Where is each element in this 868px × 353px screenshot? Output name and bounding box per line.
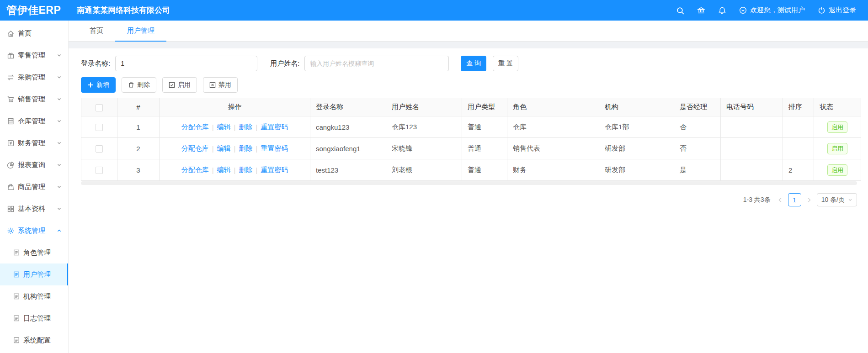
sidebar-item-user-management[interactable]: 用户管理 [0, 263, 68, 285]
prev-page-icon[interactable] [777, 197, 783, 203]
notification-bell-icon[interactable] [718, 6, 726, 15]
horizontal-scrollbar[interactable] [81, 181, 857, 185]
sidebar-item-label: 系统管理 [18, 227, 57, 235]
sidebar-item-system-config[interactable]: 系统配置 [0, 329, 68, 351]
logout-button[interactable]: 退出登录 [818, 6, 856, 15]
cell-sort [783, 138, 814, 159]
cell-user-name: 宋晓锋 [386, 138, 462, 159]
cell-user-name: 仓库123 [386, 116, 462, 138]
sidebar-item-label: 机构管理 [23, 292, 51, 301]
main-layout: 首页 零售管理 采购管理 销售管理 仓库管理 [0, 21, 868, 353]
users-table: # 操作 登录名称 用户姓名 用户类型 角色 机构 是否经理 电话号码 排序 状 [81, 98, 861, 181]
user-management-panel: 登录名称: 用户姓名: 查 询 重 置 新增 删除 [69, 48, 868, 353]
login-name-label: 登录名称: [81, 59, 110, 68]
reset-password-link[interactable]: 重置密码 [261, 166, 288, 174]
user-welcome-menu[interactable]: 欢迎您，测试用户 [739, 6, 805, 15]
sidebar-item-org-management[interactable]: 机构管理 [0, 285, 68, 307]
shopping-bag-icon [7, 183, 15, 191]
cell-phone [721, 116, 783, 138]
cell-phone [721, 159, 783, 181]
sidebar-item-label: 零售管理 [18, 51, 57, 60]
cell-login-name: cangku123 [310, 116, 386, 138]
chevron-up-icon [57, 228, 62, 233]
reset-button[interactable]: 重 置 [493, 56, 518, 71]
sidebar-item-sales[interactable]: 销售管理 [0, 88, 68, 110]
company-name: 南通某某网络科技有限公司 [77, 5, 170, 16]
link-separator: | [234, 145, 236, 153]
search-button[interactable]: 查 询 [461, 56, 486, 71]
cell-login-name: test123 [310, 159, 386, 181]
gift-icon [7, 52, 15, 59]
assign-warehouse-link[interactable]: 分配仓库 [181, 144, 209, 153]
delete-button[interactable]: 删除 [122, 77, 156, 93]
sidebar-item-retail[interactable]: 零售管理 [0, 44, 68, 66]
document-icon [13, 271, 20, 278]
select-all-checkbox[interactable] [96, 104, 103, 111]
chevron-down-icon [57, 141, 62, 146]
cell-org: 研发部 [599, 138, 674, 159]
table-row: 3 分配仓库| 编辑| 删除| 重置密码 test123 刘老根 普通 [81, 159, 861, 181]
enable-button[interactable]: 启用 [162, 77, 197, 93]
tab-bar: 首页 用户管理 [69, 21, 868, 42]
chevron-down-icon [848, 198, 852, 202]
finance-icon [7, 139, 15, 147]
document-icon [13, 337, 20, 344]
plus-icon [87, 82, 94, 88]
erp-app: 管伊佳ERP 南通某某网络科技有限公司 欢迎您，测试用户 退出登录 首页 [0, 0, 868, 353]
sidebar-item-label: 日志管理 [23, 314, 51, 323]
assign-warehouse-link[interactable]: 分配仓库 [181, 166, 209, 174]
add-button[interactable]: 新增 [81, 77, 116, 93]
sidebar-item-basic-data[interactable]: 基本资料 [0, 198, 68, 220]
sidebar-item-log-management[interactable]: 日志管理 [0, 307, 68, 329]
chevron-down-icon [57, 119, 62, 124]
sidebar-item-role-management[interactable]: 角色管理 [0, 242, 68, 263]
chevron-down-icon [57, 75, 62, 80]
col-org: 机构 [599, 98, 674, 116]
document-icon [13, 249, 20, 256]
gear-icon [7, 227, 15, 235]
sidebar-item-system[interactable]: 系统管理 [0, 220, 68, 242]
cell-role: 财务 [507, 159, 599, 181]
app-logo: 管伊佳ERP [0, 3, 69, 17]
cell-is-manager: 否 [674, 116, 721, 138]
bank-icon[interactable] [697, 6, 705, 15]
delete-link[interactable]: 删除 [239, 166, 252, 174]
page-number-button[interactable]: 1 [788, 193, 801, 206]
col-status: 状态 [814, 98, 861, 116]
tab-home[interactable]: 首页 [78, 21, 115, 42]
page-size-select[interactable]: 10 条/页 [817, 193, 857, 206]
enable-button-label: 启用 [178, 81, 191, 89]
search-icon[interactable] [676, 6, 684, 15]
reset-password-link[interactable]: 重置密码 [261, 144, 288, 153]
power-icon [818, 6, 825, 14]
logout-text: 退出登录 [829, 6, 856, 15]
sidebar-item-warehouse[interactable]: 仓库管理 [0, 110, 68, 132]
sidebar-item-finance[interactable]: 财务管理 [0, 132, 68, 154]
delete-link[interactable]: 删除 [239, 123, 252, 132]
reset-password-link[interactable]: 重置密码 [261, 123, 288, 132]
sidebar-item-home[interactable]: 首页 [0, 22, 68, 44]
row-checkbox[interactable] [96, 145, 103, 153]
cell-user-type: 普通 [462, 116, 507, 138]
sidebar-item-products[interactable]: 商品管理 [0, 176, 68, 198]
col-actions: 操作 [160, 98, 310, 116]
disable-button[interactable]: 禁用 [203, 77, 238, 93]
row-actions: 分配仓库| 编辑| 删除| 重置密码 [161, 144, 308, 153]
sidebar-item-purchase[interactable]: 采购管理 [0, 66, 68, 88]
login-name-input[interactable] [115, 56, 257, 71]
user-name-input[interactable] [304, 56, 449, 71]
edit-link[interactable]: 编辑 [217, 144, 231, 153]
home-icon [7, 30, 15, 37]
cell-phone [721, 138, 783, 159]
tab-user-management[interactable]: 用户管理 [115, 21, 166, 42]
edit-link[interactable]: 编辑 [217, 166, 231, 174]
users-table-wrap: # 操作 登录名称 用户姓名 用户类型 角色 机构 是否经理 电话号码 排序 状 [81, 98, 857, 185]
sidebar-item-reports[interactable]: 报表查询 [0, 154, 68, 176]
delete-link[interactable]: 删除 [239, 144, 252, 153]
row-checkbox[interactable] [96, 124, 103, 131]
link-separator: | [256, 145, 257, 153]
row-checkbox[interactable] [96, 167, 103, 174]
edit-link[interactable]: 编辑 [217, 123, 231, 132]
next-page-icon[interactable] [806, 197, 812, 203]
assign-warehouse-link[interactable]: 分配仓库 [181, 123, 209, 132]
